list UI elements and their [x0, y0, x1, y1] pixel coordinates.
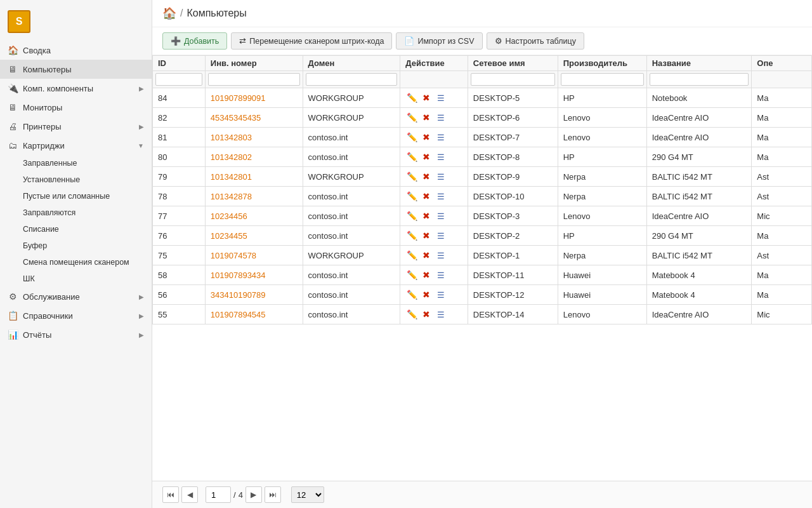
table-row: 75 1019074578 WORKGROUP ✏️ ✖ ☰ DESKTOP-1… [153, 246, 812, 265]
sidebar-item-printers[interactable]: 🖨 Принтеры ▶ [0, 117, 152, 136]
filter-id[interactable] [155, 73, 202, 86]
delete-button[interactable]: ✖ [420, 249, 433, 262]
per-page-select[interactable]: 12 25 50 100 [291, 486, 324, 503]
inv-link[interactable]: 101342878 [211, 192, 252, 201]
inv-link[interactable]: 10234455 [211, 231, 247, 241]
page-first-button[interactable]: ⏮ [162, 486, 179, 503]
filter-manufacturer[interactable] [561, 73, 644, 86]
sidebar-subitem-filled[interactable]: Заправленные [0, 155, 152, 171]
sidebar-item-reports[interactable]: 📊 Отчёты ▶ [0, 325, 152, 344]
edit-button[interactable]: ✏️ [405, 150, 418, 163]
delete-button[interactable]: ✖ [420, 288, 433, 301]
cell-inv: 343410190789 [205, 285, 303, 305]
detail-button[interactable]: ☰ [435, 269, 447, 281]
delete-button[interactable]: ✖ [420, 229, 433, 242]
table-settings-button[interactable]: ⚙ Настроить таблицу [487, 32, 584, 50]
col-header-netname[interactable]: Сетевое имя [468, 56, 558, 71]
edit-button[interactable]: ✏️ [405, 190, 418, 203]
cell-ope: Mic [752, 305, 812, 324]
inv-link[interactable]: 10234456 [211, 211, 247, 221]
inv-link[interactable]: 101342802 [211, 152, 252, 162]
cell-inv: 101907899091 [205, 88, 303, 108]
inv-link[interactable]: 101907899091 [211, 93, 266, 103]
filter-netname[interactable] [471, 73, 555, 86]
sidebar-subitem-scanner[interactable]: Смена помещения сканером [0, 254, 152, 271]
sidebar-subitem-empty[interactable]: Пустые или сломанные [0, 188, 152, 204]
col-header-id[interactable]: ID [153, 56, 206, 71]
detail-button[interactable]: ☰ [435, 111, 447, 124]
detail-button[interactable]: ☰ [435, 131, 447, 144]
inv-link[interactable]: 101907894545 [211, 310, 266, 319]
edit-button[interactable]: ✏️ [405, 229, 418, 242]
add-button[interactable]: ➕ Добавить [162, 32, 227, 50]
edit-button[interactable]: ✏️ [405, 210, 418, 222]
sidebar-subitem-shk[interactable]: ШК [0, 271, 152, 287]
sidebar-item-components[interactable]: 🔌 Комп. компоненты ▶ [0, 79, 152, 98]
inv-link[interactable]: 1019074578 [211, 251, 256, 260]
sidebar-item-refs[interactable]: 📋 Справочники ▶ [0, 306, 152, 325]
cell-domain: contoso.int [303, 265, 400, 285]
table-row: 55 101907894545 contoso.int ✏️ ✖ ☰ DESKT… [153, 305, 812, 324]
sidebar-item-svodka[interactable]: 🏠 Сводка [0, 41, 152, 60]
edit-button[interactable]: ✏️ [405, 308, 418, 321]
cell-action: ✏️ ✖ ☰ [400, 147, 468, 167]
delete-button[interactable]: ✖ [420, 111, 433, 124]
delete-button[interactable]: ✖ [420, 91, 433, 104]
breadcrumb-home-icon[interactable]: 🏠 [162, 6, 176, 20]
delete-button[interactable]: ✖ [420, 308, 433, 321]
edit-button[interactable]: ✏️ [405, 288, 418, 301]
detail-button[interactable]: ☰ [435, 170, 447, 183]
sidebar-subitem-filling[interactable]: Заправляются [0, 204, 152, 221]
table-row: 76 10234455 contoso.int ✏️ ✖ ☰ DESKTOP-2… [153, 226, 812, 246]
barcode-button[interactable]: ⇄ Перемещение сканером штрих-кода [231, 32, 392, 50]
detail-button[interactable]: ☰ [435, 249, 447, 262]
col-header-inv[interactable]: Инв. номер [205, 56, 303, 71]
col-header-domain[interactable]: Домен [303, 56, 400, 71]
detail-button[interactable]: ☰ [435, 229, 447, 242]
detail-button[interactable]: ☰ [435, 210, 447, 222]
col-header-manufacturer[interactable]: Производитель [558, 56, 646, 71]
table-body: 84 101907899091 WORKGROUP ✏️ ✖ ☰ DESKTOP… [153, 88, 812, 324]
inv-link[interactable]: 101907893434 [211, 271, 266, 280]
inv-link[interactable]: 45345345435 [211, 113, 261, 123]
filter-name[interactable] [650, 73, 749, 86]
inv-link[interactable]: 101342801 [211, 172, 252, 182]
page-last-button[interactable]: ⏭ [265, 486, 281, 503]
page-number-input[interactable] [206, 486, 231, 503]
sidebar-item-cartridges[interactable]: 🗂 Картриджи ▼ [0, 136, 152, 155]
sidebar-subitem-writeoff[interactable]: Списание [0, 221, 152, 237]
edit-button[interactable]: ✏️ [405, 91, 418, 104]
page-next-button[interactable]: ▶ [246, 486, 262, 503]
delete-button[interactable]: ✖ [420, 190, 433, 203]
cell-name: IdeaCentre AIO [646, 206, 752, 226]
detail-button[interactable]: ☰ [435, 190, 447, 203]
delete-button[interactable]: ✖ [420, 170, 433, 183]
filter-domain[interactable] [306, 73, 398, 86]
import-csv-button[interactable]: 📄 Импорт из CSV [396, 32, 482, 50]
page-prev-button[interactable]: ◀ [181, 486, 198, 503]
sidebar-subitem-buffer[interactable]: Буфер [0, 237, 152, 254]
delete-button[interactable]: ✖ [420, 269, 433, 281]
detail-button[interactable]: ☰ [435, 308, 447, 321]
edit-button[interactable]: ✏️ [405, 269, 418, 281]
sidebar-item-computers[interactable]: 🖥 Компьютеры [0, 60, 152, 79]
sidebar-subitem-installed[interactable]: Установленные [0, 171, 152, 188]
col-header-action[interactable]: Действие [400, 56, 468, 71]
delete-button[interactable]: ✖ [420, 210, 433, 222]
edit-button[interactable]: ✏️ [405, 170, 418, 183]
inv-link[interactable]: 343410190789 [211, 290, 266, 300]
filter-inv[interactable] [208, 73, 300, 86]
delete-button[interactable]: ✖ [420, 150, 433, 163]
detail-button[interactable]: ☰ [435, 150, 447, 163]
edit-button[interactable]: ✏️ [405, 131, 418, 144]
edit-button[interactable]: ✏️ [405, 111, 418, 124]
inv-link[interactable]: 101342803 [211, 133, 252, 142]
sidebar-item-service[interactable]: ⚙ Обслуживание ▶ [0, 287, 152, 306]
detail-button[interactable]: ☰ [435, 91, 447, 104]
col-header-name[interactable]: Название [646, 56, 752, 71]
detail-button[interactable]: ☰ [435, 288, 447, 301]
col-header-ope[interactable]: Опе [752, 56, 812, 71]
edit-button[interactable]: ✏️ [405, 249, 418, 262]
delete-button[interactable]: ✖ [420, 131, 433, 144]
sidebar-item-monitors[interactable]: 🖥 Мониторы [0, 98, 152, 117]
